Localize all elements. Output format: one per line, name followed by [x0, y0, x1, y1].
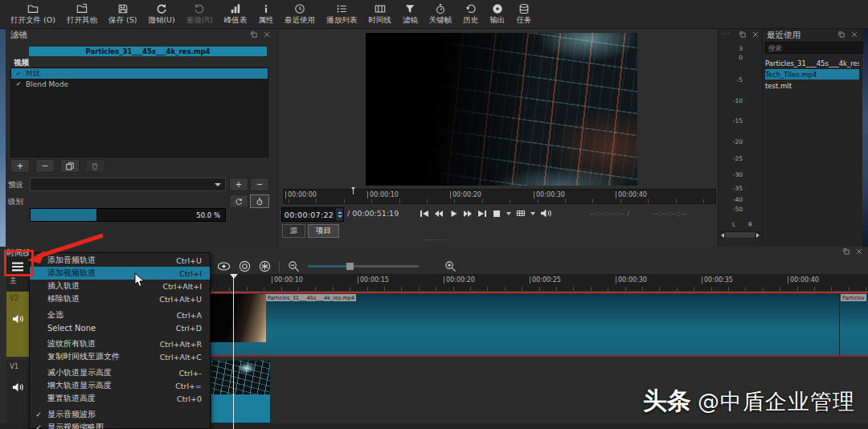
grid-menu-caret[interactable]: [530, 212, 535, 215]
level-reset-button[interactable]: [229, 194, 248, 208]
copy-filters-button[interactable]: [60, 159, 80, 173]
recent-file-row[interactable]: test.mlt: [765, 80, 859, 91]
menu-item[interactable]: ✓ 显示音频波形: [30, 408, 210, 421]
mute-icon[interactable]: [12, 313, 24, 325]
preview-playhead[interactable]: [350, 187, 357, 194]
keyframes-button[interactable]: 关键帧: [424, 1, 458, 28]
master-track-header[interactable]: 主: [6, 274, 29, 291]
spin-up-icon[interactable]: [338, 211, 342, 214]
watermark: 头条 @中盾企业管理: [643, 385, 855, 418]
float-panel-icon[interactable]: [739, 31, 747, 39]
skip-end-button[interactable]: [477, 209, 487, 219]
level-slider[interactable]: 50.0 %: [30, 208, 226, 222]
menu-item[interactable]: ✓ 显示视频缩略图: [30, 421, 210, 429]
float-panel-icon[interactable]: [250, 31, 258, 39]
filter-row[interactable]: ✓ 对比: [11, 68, 268, 79]
v2-track-header[interactable]: V2: [6, 292, 29, 357]
menu-item[interactable]: 复制时间线至源文件 Ctrl+Alt+C: [30, 350, 210, 363]
tab-project[interactable]: 项目: [308, 224, 339, 238]
zoom-slider[interactable]: [308, 265, 419, 268]
menu-item[interactable]: 全选 Ctrl+A: [30, 308, 210, 321]
paste-filters-button[interactable]: [85, 159, 104, 173]
open-file-button[interactable]: 打开文件 (O): [5, 1, 61, 28]
add-filter-button[interactable]: +: [10, 159, 30, 173]
close-panel-icon[interactable]: [855, 247, 863, 255]
zoom-slider-handle[interactable]: [346, 263, 354, 270]
recent-button[interactable]: 最近使用: [279, 1, 321, 28]
menu-item[interactable]: Select None Ctrl+D: [30, 321, 210, 334]
preset-remove-button[interactable]: −: [250, 178, 269, 191]
close-panel-icon[interactable]: [850, 31, 858, 39]
snap-icon[interactable]: [239, 260, 251, 272]
menu-item[interactable]: 减小轨道显示高度 Ctrl+-: [30, 366, 210, 379]
open-other-button[interactable]: 打开其他: [61, 1, 103, 28]
menu-item[interactable]: 增大轨道显示高度 Ctrl+=: [30, 379, 210, 392]
stop-menu-caret[interactable]: [506, 212, 511, 215]
timeline-button[interactable]: 时间线: [362, 1, 397, 28]
meter-scrollbar[interactable]: [721, 231, 760, 239]
export-button[interactable]: 输出: [484, 1, 510, 28]
recent-file-row[interactable]: Particles_31___45s___4k_res.mp4: [765, 58, 859, 68]
float-panel-icon[interactable]: [837, 31, 845, 39]
close-panel-icon[interactable]: [751, 31, 760, 39]
tab-source[interactable]: 源: [282, 224, 305, 238]
scrub-while-dragging-icon[interactable]: [217, 260, 231, 272]
rewind-button[interactable]: [434, 209, 444, 219]
properties-button[interactable]: 属性: [252, 1, 279, 28]
zoom-out-icon[interactable]: [288, 260, 300, 272]
preset-add-button[interactable]: +: [229, 178, 248, 191]
play-button[interactable]: [448, 209, 458, 219]
mute-icon[interactable]: [12, 382, 24, 393]
float-panel-icon[interactable]: [842, 247, 850, 255]
position-timecode[interactable]: 00:00:07:22: [281, 207, 344, 222]
close-panel-icon[interactable]: [263, 31, 271, 39]
filter-checkbox[interactable]: ✓: [11, 70, 26, 77]
jobs-button[interactable]: 任务: [510, 1, 537, 28]
peak-meter-button[interactable]: 峰值表: [219, 1, 253, 28]
v1-track-header[interactable]: V1: [6, 360, 29, 423]
ripple-icon[interactable]: [259, 260, 271, 272]
redo-button[interactable]: 重做(R): [181, 1, 219, 28]
menu-item-shortcut: Ctrl+Alt+R: [160, 340, 202, 349]
splitter-handle[interactable]: ·······: [424, 236, 446, 244]
menu-item[interactable]: 移除轨道 Ctrl+Alt+U: [30, 292, 210, 305]
filter-list: ✓ 对比 ✓ Blend Mode: [10, 67, 268, 157]
remove-filter-button[interactable]: −: [35, 159, 55, 173]
scroll-thumb[interactable]: [725, 232, 755, 238]
filter-checkbox[interactable]: ✓: [11, 80, 26, 88]
timeline-menu-button[interactable]: [6, 257, 28, 276]
recent-file-row[interactable]: Tech_Tiles.mp4: [765, 69, 859, 80]
menu-item-label: 移除轨道: [47, 293, 159, 304]
history-button[interactable]: 历史: [457, 1, 484, 28]
menu-item[interactable]: 插入轨道 Ctrl+Alt+I: [30, 280, 210, 292]
save-button[interactable]: 保存 (S): [103, 1, 142, 28]
grid-button[interactable]: [516, 209, 526, 219]
v2-clip-thumbnail: [211, 294, 266, 342]
fast-forward-button[interactable]: [463, 209, 473, 219]
filters-button[interactable]: 滤镜: [397, 1, 424, 28]
undo-button[interactable]: 撤销(U): [142, 1, 180, 28]
meter-scale-value: -5: [725, 76, 743, 84]
level-keyframes-button[interactable]: [250, 194, 269, 208]
playlist-button[interactable]: 播放列表: [321, 1, 362, 28]
filter-row[interactable]: ✓ Blend Mode: [11, 79, 268, 89]
timeline-playhead[interactable]: [233, 274, 234, 429]
search-input[interactable]: [765, 42, 863, 54]
scroll-left-icon[interactable]: [721, 233, 724, 238]
skip-start-button[interactable]: [420, 209, 429, 219]
stop-button[interactable]: [492, 209, 502, 219]
menu-item[interactable]: 添加视频轨道 Ctrl+I: [30, 267, 210, 280]
volume-icon[interactable]: [540, 208, 552, 219]
spin-down-icon[interactable]: [338, 215, 342, 218]
meter-overflow-dots[interactable]: ···: [722, 30, 731, 38]
menu-item[interactable]: 添加音频轨道 Ctrl+U: [30, 254, 210, 267]
menu-item[interactable]: 重置轨道高度 Ctrl+0: [30, 392, 210, 405]
preview-scrubber[interactable]: 00:00:00 00:00:10 00:00:20 00:00:30 00:0…: [283, 189, 716, 204]
zoom-in-icon[interactable]: [444, 260, 457, 272]
scroll-right-icon[interactable]: [756, 233, 760, 238]
v1-clip[interactable]: [211, 360, 271, 423]
timeline-playhead-grip[interactable]: [230, 274, 238, 279]
preset-combobox[interactable]: [30, 178, 226, 191]
menu-item[interactable]: 波纹所有轨道 Ctrl+Alt+R: [30, 337, 210, 350]
timecode-spinner[interactable]: [336, 208, 343, 221]
